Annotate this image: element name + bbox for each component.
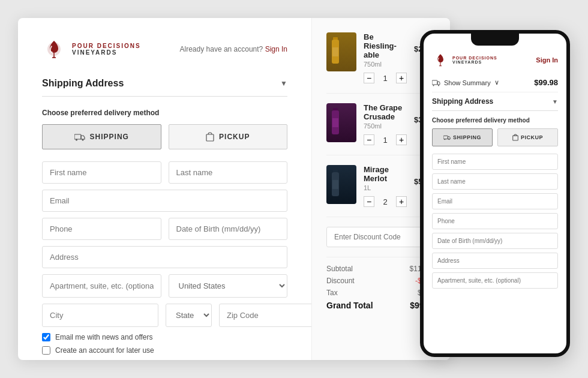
- tax-label: Tax: [326, 289, 338, 297]
- cart-item-3-qty-value: 2: [380, 197, 390, 206]
- discount-label: Discount: [326, 277, 355, 285]
- mobile-show-summary-left: Show Summary ∨: [432, 79, 499, 86]
- phone-input[interactable]: [42, 218, 161, 240]
- sign-in-link[interactable]: Sign In: [265, 45, 287, 53]
- account-checkbox[interactable]: [42, 346, 50, 355]
- email-checkbox-row: Email me with news and offers: [42, 333, 287, 341]
- mobile-truck-icon: [443, 134, 451, 140]
- last-name-input[interactable]: [169, 161, 288, 184]
- cart-item-1-qty-decrease[interactable]: −: [364, 73, 374, 83]
- country-select[interactable]: United States: [169, 274, 288, 298]
- delivery-options: SHIPPING PICKUP: [42, 124, 287, 149]
- mobile-first-name-input[interactable]: [432, 154, 558, 170]
- cart-item-2-qty-decrease[interactable]: −: [364, 134, 374, 145]
- cart-item-2-qty-increase[interactable]: +: [396, 134, 407, 145]
- discount-total-row: Discount -$4.99: [326, 277, 436, 285]
- mobile-show-summary[interactable]: Show Summary ∨ $99.98: [432, 73, 558, 92]
- mobile-total: $99.98: [534, 78, 558, 87]
- svg-rect-14: [432, 80, 437, 85]
- svg-rect-13: [332, 180, 338, 189]
- apt-country-row: United States: [42, 274, 287, 298]
- mobile-last-name-input[interactable]: [432, 173, 558, 190]
- svg-point-19: [448, 139, 449, 140]
- cart-item-1: Be Riesling-able 750ml − 1 + ✕ $28.00: [326, 32, 436, 94]
- mobile-apt-input[interactable]: [432, 272, 558, 289]
- mobile-section-title: Shipping Address: [432, 97, 493, 106]
- cart-item-1-qty-control: − 1 +: [364, 73, 407, 83]
- mobile-brand-name: POUR DECISIONS VINEYARDS: [452, 56, 497, 64]
- chevron-down-icon: ▼: [280, 79, 287, 88]
- account-checkbox-label: Create an account for later use: [55, 346, 154, 355]
- name-row: [42, 161, 287, 184]
- totals-section: Subtotal $112.50 Discount -$4.99 Tax $7.…: [326, 257, 436, 310]
- email-checkbox[interactable]: [42, 333, 50, 341]
- mobile-section-header: Shipping Address ▼: [432, 97, 558, 111]
- mobile-address-input[interactable]: [432, 253, 558, 269]
- dob-input[interactable]: [169, 218, 288, 240]
- email-row: [42, 190, 287, 212]
- svg-point-18: [444, 139, 445, 140]
- pickup-btn[interactable]: PICKUP: [169, 124, 288, 149]
- subtotal-row: Subtotal $112.50: [326, 265, 436, 273]
- logo-icon: [42, 37, 66, 61]
- address-input[interactable]: [42, 246, 287, 268]
- grand-total-row: Grand Total $99.98: [326, 301, 436, 310]
- cart-item-3-qty-control: − 2 +: [364, 196, 407, 207]
- section-header: Shipping Address ▼: [42, 78, 287, 97]
- address-row: [42, 246, 287, 268]
- subtotal-label: Subtotal: [326, 265, 353, 273]
- mobile-content: POUR DECISIONS VINEYARDS Sign In Show Su…: [424, 46, 566, 353]
- phone-dob-row: [42, 218, 287, 240]
- grand-total-label: Grand Total: [326, 301, 373, 310]
- cart-item-2-name: The Grape Crusade: [364, 103, 407, 121]
- mobile-brand-logo: POUR DECISIONS VINEYARDS: [432, 52, 497, 68]
- brand-name: POUR DECISIONS VINEYARDS: [72, 43, 141, 56]
- discount-row: Apply: [326, 227, 436, 247]
- cart-item-1-volume: 750ml: [364, 61, 407, 68]
- svg-point-0: [52, 57, 56, 58]
- truck-icon: [74, 133, 85, 141]
- svg-point-2: [76, 139, 77, 141]
- svg-rect-11: [333, 170, 338, 172]
- cart-item-3: Mirage Merlot 1L − 2 + ✕ $52.00: [326, 165, 436, 217]
- cart-item-2-qty-control: − 1 +: [364, 134, 407, 145]
- email-input[interactable]: [42, 190, 287, 212]
- cart-item-3-qty-decrease[interactable]: −: [364, 196, 374, 207]
- tax-row: Tax $7.53: [326, 289, 436, 297]
- mobile-logo-icon: [432, 52, 449, 68]
- city-input[interactable]: [42, 304, 158, 327]
- zip-input[interactable]: [219, 304, 312, 327]
- mobile-pickup-btn[interactable]: PICKUP: [497, 128, 558, 146]
- mobile-shipping-btn[interactable]: SHIPPING: [432, 128, 493, 146]
- apt-input[interactable]: [42, 274, 161, 298]
- first-name-input[interactable]: [42, 161, 161, 184]
- svg-rect-1: [74, 134, 81, 139]
- cart-item-1-qty-increase[interactable]: +: [396, 73, 407, 83]
- already-have-account-text: Already have an account? Sign In: [180, 45, 287, 53]
- cart-item-1-details: Be Riesling-able 750ml − 1 +: [364, 32, 407, 83]
- cart-item-2: The Grape Crusade 750ml − 1 + ✕ $32.50: [326, 103, 436, 155]
- cart-item-2-volume: 750ml: [364, 122, 407, 130]
- mobile-notch: [471, 34, 519, 46]
- mobile-phone-input[interactable]: [432, 213, 558, 229]
- bag-icon: [206, 132, 214, 142]
- mobile-email-input[interactable]: [432, 193, 558, 209]
- delivery-method-label: Choose preferred delivery method: [42, 109, 287, 117]
- mobile-dob-input[interactable]: [432, 233, 558, 249]
- cart-item-1-qty-value: 1: [380, 74, 390, 83]
- mobile-cart-icon: [432, 79, 440, 86]
- cart-item-2-qty-value: 1: [380, 136, 390, 145]
- mobile-summary-chevron: ∨: [494, 79, 499, 86]
- city-state-zip-row: State: [42, 304, 287, 327]
- shipping-btn[interactable]: SHIPPING: [42, 124, 161, 149]
- mobile-sign-in-link[interactable]: Sign In: [536, 56, 558, 64]
- svg-rect-20: [513, 136, 518, 140]
- cart-item-3-qty-increase[interactable]: +: [396, 196, 407, 207]
- svg-point-15: [433, 85, 434, 86]
- discount-input[interactable]: [326, 227, 432, 247]
- mobile-bag-icon: [512, 134, 518, 141]
- state-select[interactable]: State: [166, 304, 212, 327]
- mobile-delivery-label: Choose preferred delivery method: [432, 117, 558, 124]
- cart-item-2-details: The Grape Crusade 750ml − 1 +: [364, 103, 407, 145]
- cart-item-2-image: [326, 103, 356, 142]
